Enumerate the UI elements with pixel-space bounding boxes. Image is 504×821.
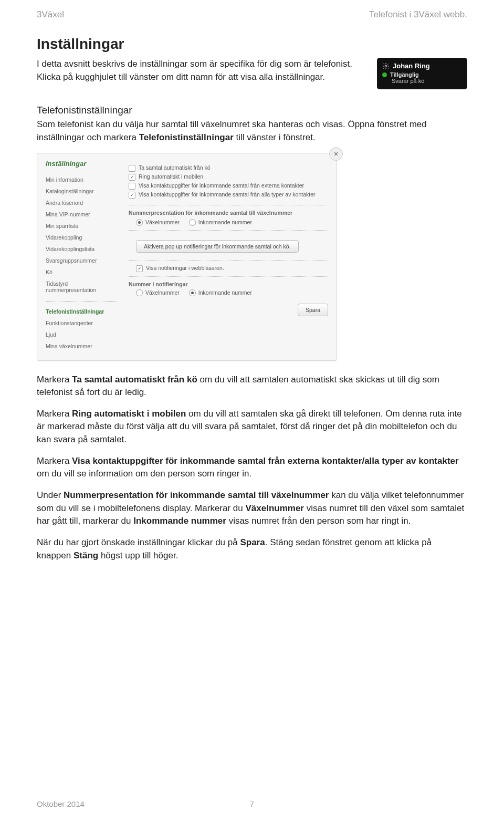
section-title: Inställningar: [37, 36, 467, 53]
group-label: Nummerpresentation för inkommande samtal…: [129, 205, 328, 216]
activate-popup-button[interactable]: Aktivera pop up notifieringar för inkomm…: [136, 240, 299, 253]
sidebar-item[interactable]: Ändra lösenord: [46, 197, 119, 209]
user-status-widget: Johan Ring Tillgänglig Svarar på kö: [377, 58, 467, 89]
sidebar-item[interactable]: Min information: [46, 174, 119, 185]
user-substatus: Svarar på kö: [392, 78, 461, 84]
body-paragraph: Markera Visa kontaktuppgifter för inkomm…: [37, 455, 467, 481]
radio-label: Växelnummer: [145, 219, 180, 225]
panel-title: Inställningar: [46, 160, 119, 168]
user-status: Tillgänglig: [390, 71, 419, 78]
sidebar-item[interactable]: Mina VIP-nummer: [46, 209, 119, 220]
radio[interactable]: [189, 219, 196, 226]
body-paragraph: Under Nummerpresentation för inkommande …: [37, 489, 467, 528]
user-name: Johan Ring: [393, 62, 430, 70]
checkbox[interactable]: [129, 183, 135, 190]
checkbox-label: Visa notifieringar i webbläsaren.: [146, 265, 224, 271]
checkbox[interactable]: [136, 265, 143, 272]
radio-label: Inkommande nummer: [198, 219, 252, 225]
sidebar-item[interactable]: Min spärrlista: [46, 220, 119, 232]
sidebar-item[interactable]: Svarsgruppsnummer: [46, 255, 119, 266]
radio-label: Inkommande nummer: [198, 289, 252, 296]
save-button[interactable]: Spara: [298, 304, 328, 316]
sidebar-item[interactable]: Kataloginställningar: [46, 185, 119, 197]
sidebar-item[interactable]: Funktionstangenter: [46, 317, 119, 329]
settings-panel: × Inställningar Min information Katalogi…: [37, 153, 337, 361]
body-paragraph: När du har gjort önskade inställningar k…: [37, 536, 467, 562]
sidebar-item[interactable]: Vidarekoppling: [46, 232, 119, 243]
gear-icon[interactable]: [382, 63, 390, 70]
svg-point-0: [385, 65, 387, 67]
checkbox[interactable]: [129, 192, 135, 199]
sidebar-item[interactable]: Tidsstyrd nummerpresentation: [46, 278, 119, 296]
close-icon[interactable]: ×: [329, 147, 343, 161]
group-label: Nummer i notifieringar: [129, 281, 328, 287]
footer-date: Oktober 2014: [37, 799, 85, 808]
checkbox[interactable]: [129, 165, 135, 172]
checkbox[interactable]: [129, 174, 135, 181]
body-paragraph: Markera Ring automatiskt i mobilen om du…: [37, 408, 467, 446]
radio[interactable]: [136, 219, 143, 226]
checkbox-label: Ring automatiskt i mobilen: [139, 173, 203, 180]
sidebar-item-telefonist[interactable]: Telefonistinställningar: [46, 306, 119, 317]
radio[interactable]: [136, 289, 143, 296]
checkbox-label: Ta samtal automatiskt från kö: [139, 164, 211, 171]
header-left: 3Växel: [37, 9, 64, 20]
page-number: 7: [250, 799, 254, 808]
sidebar-item[interactable]: Mina växelnummer: [46, 340, 119, 352]
checkbox-label: Visa kontaktuppgifter för inkommande sam…: [139, 191, 316, 198]
sidebar-item[interactable]: Ljud: [46, 329, 119, 340]
intro-paragraph-1: I detta avsnitt beskrivs de inställninga…: [37, 58, 364, 84]
body-paragraph: Markera Ta samtal automatiskt från kö om…: [37, 373, 467, 399]
sidebar-item[interactable]: Vidarekopplingslista: [46, 243, 119, 255]
radio[interactable]: [189, 289, 196, 296]
intro-paragraph-2: Som telefonist kan du välja hur samtal t…: [37, 118, 467, 144]
status-dot-icon: [382, 72, 387, 77]
sub-title: Telefonistinställningar: [37, 105, 467, 116]
radio-label: Växelnummer: [145, 289, 180, 296]
header-right: Telefonist i 3Växel webb.: [369, 9, 467, 20]
sidebar-item[interactable]: Kö: [46, 266, 119, 278]
checkbox-label: Visa kontaktuppgifter för inkommande sam…: [139, 182, 304, 189]
